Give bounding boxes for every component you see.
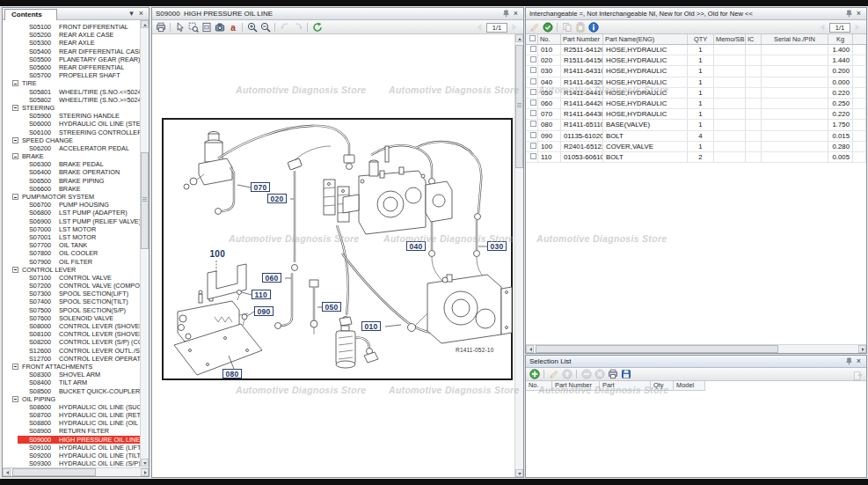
tree-item-s06900[interactable]: S06900LST PUMP (RELIEF VALVE) xyxy=(3,217,140,225)
column-header-no[interactable]: No. xyxy=(538,34,561,44)
parts-row-010[interactable]: 010R2511-64120HOSE,HYDRAULIC11.400 xyxy=(526,45,866,55)
pan-icon[interactable] xyxy=(174,21,186,33)
tree-item-s08100[interactable]: S08100CONTROL LEVER (SHOVEL) (CO xyxy=(3,330,140,338)
tree-item-s07800[interactable]: S07800OIL COOLER xyxy=(3,249,140,257)
tree-item-s06800[interactable]: S06800LST PUMP (ADAPTER) xyxy=(3,209,140,217)
parts-row-070[interactable]: 070R1411-64430HOSE,HYDRAULIC10.220 xyxy=(526,109,866,120)
tree-group-brake[interactable]: BRAKE xyxy=(3,152,140,160)
close-icon[interactable]: × xyxy=(136,9,146,18)
tree-item-s06600[interactable]: S06600BRAKE xyxy=(3,185,140,193)
tree-item-s09300[interactable]: S09300HYDRAULIC OIL LINE (S/P) xyxy=(3,459,140,467)
tree-item-s08800[interactable]: S08800HYDRAULIC OIL LINE (OIL COOL xyxy=(3,419,140,427)
row-checkbox[interactable] xyxy=(530,89,536,95)
contents-vertical-scrollbar[interactable] xyxy=(140,20,149,467)
row-checkbox[interactable] xyxy=(530,110,536,116)
fit-page-icon[interactable] xyxy=(201,21,212,33)
pin-icon[interactable] xyxy=(844,356,854,366)
tree-item-s07600[interactable]: S07600SOLENOID VALVE xyxy=(3,314,140,322)
column-header-serial-no-pin[interactable]: Serial No./PIN xyxy=(762,34,828,44)
tree-item-s08000[interactable]: S08000CONTROL LEVER (SHOVELL) xyxy=(3,322,140,330)
pin-icon[interactable] xyxy=(844,9,854,18)
parts-row-090[interactable]: 09001135-61020BOLT40.015 xyxy=(526,131,866,142)
diagram-callout-050[interactable]: 050 xyxy=(322,302,341,312)
tree-item-s08600[interactable]: S08600HYDRAULIC OIL LINE (SUCTION) xyxy=(3,403,140,411)
collapse-icon[interactable] xyxy=(12,267,18,273)
diagram-vertical-scrollbar[interactable] xyxy=(514,34,523,477)
tree-item-s05200[interactable]: S05200REAR AXLE CASE xyxy=(3,31,140,39)
tree-item-s05500[interactable]: S05500PLANETARY GEAR (REAR) xyxy=(3,55,140,63)
collapse-icon[interactable] xyxy=(12,105,18,111)
tree-group-front-attachments[interactable]: FRONT ATTACHMENTS xyxy=(3,363,140,371)
parts-row-020[interactable]: 020R1511-64150HOSE,HYDRAULIC11.440 xyxy=(526,55,866,66)
column-header-part[interactable]: Part xyxy=(600,381,651,391)
collapse-icon[interactable] xyxy=(12,396,18,402)
collapse-icon[interactable] xyxy=(12,80,18,86)
tree-item-s09100[interactable]: S09100HYDRAULIC OIL LINE (LIFT) xyxy=(3,444,140,452)
next-view-icon[interactable] xyxy=(292,21,303,33)
column-header-model[interactable]: Model xyxy=(674,381,705,391)
scroll-right-icon[interactable] xyxy=(858,345,866,353)
tree-item-s05100[interactable]: S05100FRONT DIFFERENTIAL xyxy=(3,23,140,31)
copy-icon[interactable] xyxy=(561,21,573,33)
tree-item-s05300[interactable]: S05300REAR AXLE xyxy=(3,39,140,47)
close-icon[interactable]: × xyxy=(511,9,521,18)
tree-item-s07900[interactable]: S07900OIL FILTER xyxy=(3,257,140,265)
export-icon[interactable] xyxy=(852,371,863,381)
close-icon[interactable]: × xyxy=(854,356,864,366)
tree-item-s05801[interactable]: S05801WHEEL/TIRE (S.NO.<=50243) xyxy=(3,88,140,96)
diagram-callout-040[interactable]: 040 xyxy=(406,241,426,251)
collapse-icon[interactable] xyxy=(12,364,18,370)
delete-icon[interactable] xyxy=(594,369,605,380)
pin-icon[interactable] xyxy=(501,9,511,18)
zoom-out-icon[interactable] xyxy=(259,21,271,33)
tree-item-s07300[interactable]: S07300SPOOL SECTION(LIFT) xyxy=(3,290,140,298)
tree-item-s08700[interactable]: S08700HYDRAULIC OIL LINE (RETURN) xyxy=(3,411,140,419)
tree-item-s06200[interactable]: S06200ACCELERATOR PEDAL xyxy=(3,144,140,152)
diagram-callout-100[interactable]: 100 xyxy=(208,250,228,260)
collapse-icon[interactable] xyxy=(12,194,18,200)
row-checkbox[interactable] xyxy=(530,143,536,149)
scroll-left-icon[interactable] xyxy=(3,468,11,476)
add-icon[interactable] xyxy=(529,369,540,380)
collapse-icon[interactable] xyxy=(12,137,18,143)
tree-item-s08900[interactable]: S08900RETURN FILTER xyxy=(3,427,140,435)
scrollbar-thumb[interactable] xyxy=(141,152,149,249)
edit-icon[interactable] xyxy=(529,21,540,33)
tree-item-s08400[interactable]: S08400TILT ARM xyxy=(3,378,140,386)
tree-group-steering[interactable]: STEERING xyxy=(3,104,140,112)
parts-row-060[interactable]: 060R1411-64420HOSE,HYDRAULIC10.250 xyxy=(526,99,866,109)
tree-group-control-lever[interactable]: CONTROL LEVER xyxy=(3,266,140,274)
column-header-part-name-eng[interactable]: Part Name(ENG) xyxy=(603,34,688,44)
diagram-callout-110[interactable]: 110 xyxy=(252,290,271,299)
next-page-icon[interactable] xyxy=(852,22,863,33)
row-checkbox[interactable] xyxy=(530,56,536,62)
prev-page-icon[interactable] xyxy=(817,22,828,33)
parts-row-100[interactable]: 100R2401-65122COVER,VALVE10.280 xyxy=(526,142,866,152)
tree-item-s08200[interactable]: S08200CONTROL LEVER (S/P) (COMPOI xyxy=(3,338,140,346)
diagram-canvas[interactable]: R1411-052-10 070020100060110090080040030… xyxy=(152,34,515,477)
parts-row-110[interactable]: 11001053-60610BOLT20.005 xyxy=(526,152,866,163)
edit-icon[interactable] xyxy=(548,369,559,380)
column-header-part-number[interactable]: Part Number xyxy=(561,34,603,44)
tree-item-s06100[interactable]: S06100STREERING CONTROLLER xyxy=(3,128,140,136)
row-checkbox[interactable] xyxy=(530,121,536,127)
tree-item-s09200[interactable]: S09200HYDRAULIC OIL LINE (TILT) xyxy=(3,452,140,459)
tree-item-s08500[interactable]: S08500BUCKET QUICK-COUPLER xyxy=(3,386,140,394)
select-all-checkbox[interactable] xyxy=(529,35,536,41)
zoom-area-icon[interactable] xyxy=(187,21,199,33)
parts-row-050[interactable]: 050R1411-64410HOSE,HYDRAULIC10.220 xyxy=(526,88,866,99)
tree-item-s06000[interactable]: S06000HYDRAULIC OIL LINE (STEERING xyxy=(3,120,140,128)
scrollbar-thumb[interactable] xyxy=(515,45,523,168)
tree-item-s06400[interactable]: S06400BRAKE OPERATION xyxy=(3,168,140,176)
zoom-in-icon[interactable] xyxy=(246,21,258,33)
up-circle-icon[interactable] xyxy=(561,369,573,380)
dropdown-icon[interactable]: ▾ xyxy=(127,9,136,18)
prev-page-icon[interactable] xyxy=(474,22,485,33)
scrollbar-thumb[interactable] xyxy=(536,345,778,353)
parts-row-080[interactable]: 080R1411-65110BASE(VALVE)11.750 xyxy=(526,120,866,130)
scroll-down-icon[interactable] xyxy=(141,459,149,467)
save-icon[interactable] xyxy=(620,369,631,380)
parts-row-040[interactable]: 040R1411-64320HOSE,HYDRAULIC10.000 xyxy=(526,77,866,88)
tree-group-pump-motor-system[interactable]: PUMP/MOTOR SYSTEM xyxy=(3,193,140,201)
tree-item-s06300[interactable]: S06300BRAKE PEDAL xyxy=(3,160,140,168)
